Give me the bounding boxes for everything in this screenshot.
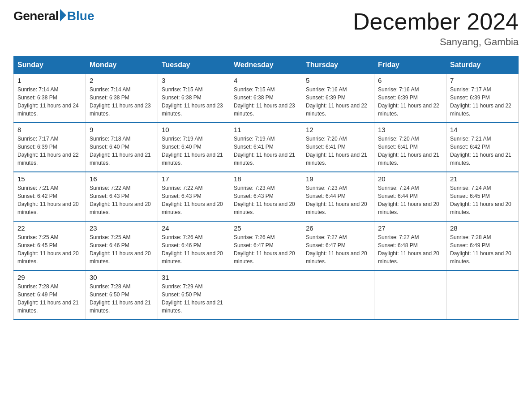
calendar-cell: [302, 270, 374, 320]
calendar-cell: 17 Sunrise: 7:22 AMSunset: 6:43 PMDaylig…: [158, 172, 230, 221]
calendar-cell: 8 Sunrise: 7:17 AMSunset: 6:39 PMDayligh…: [14, 123, 86, 172]
calendar-cell: 12 Sunrise: 7:20 AMSunset: 6:41 PMDaylig…: [302, 123, 374, 172]
day-number: 15: [17, 175, 82, 183]
day-info: Sunrise: 7:16 AMSunset: 6:39 PMDaylight:…: [378, 86, 439, 117]
day-info: Sunrise: 7:27 AMSunset: 6:47 PMDaylight:…: [306, 234, 367, 265]
day-number: 19: [306, 175, 370, 183]
day-info: Sunrise: 7:21 AMSunset: 6:42 PMDaylight:…: [450, 136, 511, 166]
day-info: Sunrise: 7:28 AMSunset: 6:50 PMDaylight:…: [90, 283, 151, 314]
calendar-cell: 1 Sunrise: 7:14 AMSunset: 6:38 PMDayligh…: [14, 74, 86, 123]
day-info: Sunrise: 7:24 AMSunset: 6:44 PMDaylight:…: [378, 185, 439, 215]
calendar-cell: 9 Sunrise: 7:18 AMSunset: 6:40 PMDayligh…: [86, 123, 158, 172]
calendar-week-row: 22 Sunrise: 7:25 AMSunset: 6:45 PMDaylig…: [14, 221, 519, 270]
day-info: Sunrise: 7:19 AMSunset: 6:41 PMDaylight:…: [234, 136, 295, 166]
day-number: 29: [17, 274, 82, 281]
day-info: Sunrise: 7:14 AMSunset: 6:38 PMDaylight:…: [17, 86, 79, 117]
day-number: 23: [90, 224, 154, 232]
calendar-cell: 31 Sunrise: 7:29 AMSunset: 6:50 PMDaylig…: [158, 270, 230, 320]
calendar-cell: 10 Sunrise: 7:19 AMSunset: 6:40 PMDaylig…: [158, 123, 230, 172]
day-number: 4: [234, 77, 298, 84]
day-number: 2: [90, 77, 154, 84]
day-number: 13: [378, 126, 442, 133]
day-number: 16: [90, 175, 154, 183]
day-number: 28: [450, 224, 515, 232]
calendar-cell: 15 Sunrise: 7:21 AMSunset: 6:42 PMDaylig…: [14, 172, 86, 221]
day-info: Sunrise: 7:23 AMSunset: 6:43 PMDaylight:…: [234, 185, 295, 215]
calendar-cell: 18 Sunrise: 7:23 AMSunset: 6:43 PMDaylig…: [230, 172, 302, 221]
calendar-cell: 24 Sunrise: 7:26 AMSunset: 6:46 PMDaylig…: [158, 221, 230, 270]
day-info: Sunrise: 7:20 AMSunset: 6:41 PMDaylight:…: [306, 136, 367, 166]
header-saturday: Saturday: [446, 56, 519, 74]
day-info: Sunrise: 7:17 AMSunset: 6:39 PMDaylight:…: [17, 136, 79, 166]
calendar-cell: 29 Sunrise: 7:28 AMSunset: 6:49 PMDaylig…: [14, 270, 86, 320]
day-number: 9: [90, 126, 154, 133]
day-info: Sunrise: 7:17 AMSunset: 6:39 PMDaylight:…: [450, 86, 511, 117]
calendar-cell: 19 Sunrise: 7:23 AMSunset: 6:44 PMDaylig…: [302, 172, 374, 221]
calendar-cell: 7 Sunrise: 7:17 AMSunset: 6:39 PMDayligh…: [446, 74, 519, 123]
month-title: December 2024: [353, 9, 519, 34]
day-info: Sunrise: 7:29 AMSunset: 6:50 PMDaylight:…: [162, 283, 223, 314]
calendar-cell: 27 Sunrise: 7:27 AMSunset: 6:48 PMDaylig…: [374, 221, 446, 270]
day-info: Sunrise: 7:23 AMSunset: 6:44 PMDaylight:…: [306, 185, 367, 215]
calendar-cell: 3 Sunrise: 7:15 AMSunset: 6:38 PMDayligh…: [158, 74, 230, 123]
day-number: 12: [306, 126, 370, 133]
day-number: 3: [162, 77, 226, 84]
calendar-table: SundayMondayTuesdayWednesdayThursdayFrid…: [13, 56, 519, 320]
header-friday: Friday: [374, 56, 446, 74]
day-info: Sunrise: 7:15 AMSunset: 6:38 PMDaylight:…: [234, 86, 295, 117]
calendar-cell: 21 Sunrise: 7:24 AMSunset: 6:45 PMDaylig…: [446, 172, 519, 221]
day-number: 21: [450, 175, 515, 183]
header-tuesday: Tuesday: [158, 56, 230, 74]
day-number: 20: [378, 175, 442, 183]
day-info: Sunrise: 7:14 AMSunset: 6:38 PMDaylight:…: [90, 86, 151, 117]
day-info: Sunrise: 7:25 AMSunset: 6:46 PMDaylight:…: [90, 234, 151, 265]
calendar-header-row: SundayMondayTuesdayWednesdayThursdayFrid…: [14, 56, 519, 74]
title-section: December 2024 Sanyang, Gambia: [353, 9, 519, 48]
calendar-week-row: 29 Sunrise: 7:28 AMSunset: 6:49 PMDaylig…: [14, 270, 519, 320]
page-header: General Blue December 2024 Sanyang, Gamb…: [13, 9, 519, 48]
calendar-cell: 26 Sunrise: 7:27 AMSunset: 6:47 PMDaylig…: [302, 221, 374, 270]
day-number: 25: [234, 224, 298, 232]
calendar-cell: 23 Sunrise: 7:25 AMSunset: 6:46 PMDaylig…: [86, 221, 158, 270]
logo-general-text: General: [13, 9, 59, 23]
calendar-week-row: 15 Sunrise: 7:21 AMSunset: 6:42 PMDaylig…: [14, 172, 519, 221]
day-number: 6: [378, 77, 442, 84]
calendar-cell: 14 Sunrise: 7:21 AMSunset: 6:42 PMDaylig…: [446, 123, 519, 172]
day-info: Sunrise: 7:26 AMSunset: 6:47 PMDaylight:…: [234, 234, 295, 265]
day-info: Sunrise: 7:28 AMSunset: 6:49 PMDaylight:…: [450, 234, 511, 265]
calendar-cell: 11 Sunrise: 7:19 AMSunset: 6:41 PMDaylig…: [230, 123, 302, 172]
calendar-cell: [230, 270, 302, 320]
day-info: Sunrise: 7:28 AMSunset: 6:49 PMDaylight:…: [17, 283, 79, 314]
day-info: Sunrise: 7:27 AMSunset: 6:48 PMDaylight:…: [378, 234, 439, 265]
day-info: Sunrise: 7:21 AMSunset: 6:42 PMDaylight:…: [17, 185, 79, 215]
calendar-cell: 22 Sunrise: 7:25 AMSunset: 6:45 PMDaylig…: [14, 221, 86, 270]
day-number: 22: [17, 224, 82, 232]
header-monday: Monday: [86, 56, 158, 74]
location-label: Sanyang, Gambia: [353, 36, 519, 48]
calendar-cell: 6 Sunrise: 7:16 AMSunset: 6:39 PMDayligh…: [374, 74, 446, 123]
day-info: Sunrise: 7:18 AMSunset: 6:40 PMDaylight:…: [90, 136, 151, 166]
day-info: Sunrise: 7:24 AMSunset: 6:45 PMDaylight:…: [450, 185, 511, 215]
day-info: Sunrise: 7:15 AMSunset: 6:38 PMDaylight:…: [162, 86, 223, 117]
day-number: 24: [162, 224, 226, 232]
day-info: Sunrise: 7:22 AMSunset: 6:43 PMDaylight:…: [162, 185, 223, 215]
day-info: Sunrise: 7:25 AMSunset: 6:45 PMDaylight:…: [17, 234, 79, 265]
day-number: 17: [162, 175, 226, 183]
calendar-cell: 25 Sunrise: 7:26 AMSunset: 6:47 PMDaylig…: [230, 221, 302, 270]
day-info: Sunrise: 7:16 AMSunset: 6:39 PMDaylight:…: [306, 86, 367, 117]
calendar-cell: 4 Sunrise: 7:15 AMSunset: 6:38 PMDayligh…: [230, 74, 302, 123]
day-number: 5: [306, 77, 370, 84]
day-info: Sunrise: 7:20 AMSunset: 6:41 PMDaylight:…: [378, 136, 439, 166]
calendar-cell: 13 Sunrise: 7:20 AMSunset: 6:41 PMDaylig…: [374, 123, 446, 172]
day-number: 14: [450, 126, 515, 133]
day-number: 7: [450, 77, 515, 84]
calendar-cell: 20 Sunrise: 7:24 AMSunset: 6:44 PMDaylig…: [374, 172, 446, 221]
calendar-week-row: 1 Sunrise: 7:14 AMSunset: 6:38 PMDayligh…: [14, 74, 519, 123]
day-number: 18: [234, 175, 298, 183]
day-number: 30: [90, 274, 154, 281]
logo-blue-text: Blue: [67, 9, 94, 23]
calendar-cell: [374, 270, 446, 320]
day-number: 27: [378, 224, 442, 232]
day-info: Sunrise: 7:22 AMSunset: 6:43 PMDaylight:…: [90, 185, 151, 215]
day-number: 26: [306, 224, 370, 232]
